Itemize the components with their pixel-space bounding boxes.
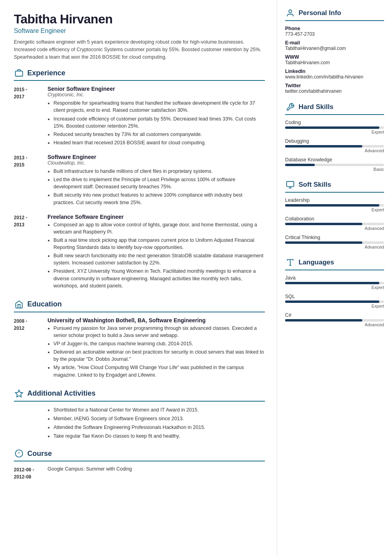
skill-database: Database Knowledge Basic <box>285 157 384 172</box>
personal-info-label: Personal Info <box>299 9 341 17</box>
soft-skills-header: Soft Skills <box>285 180 384 193</box>
activities-icon <box>14 388 24 399</box>
exp-bullet: President, XYZ University Young Women in… <box>53 268 265 289</box>
info-twitter: Twitter twitter.com/tabithahirvanen <box>285 83 384 94</box>
exp-content-1: Senior Software Engineer Cryptoconic, In… <box>48 86 265 147</box>
exp-bullet: Increased code efficiency of customer po… <box>53 115 265 130</box>
course-name-1: Google Campus: Summer with Coding <box>48 466 132 480</box>
activity-item: Member, IAENG Society of Software Engine… <box>53 415 265 422</box>
exp-company-1: Cryptoconic, Inc. <box>48 92 265 98</box>
course-icon <box>14 448 24 459</box>
lang-csharp-bar <box>285 319 384 322</box>
course-section-header: Course <box>14 448 265 461</box>
exp-bullets-2: Built infrastructure to handle millions … <box>53 168 265 206</box>
personal-info-fields: Phone 773-457-2703 E-mail TabithaHirvane… <box>285 26 384 94</box>
skill-database-bar <box>285 164 384 166</box>
skill-leadership: Leadership Expert <box>285 197 384 212</box>
skill-coding: Coding Expert <box>285 120 384 134</box>
lang-java-fill <box>285 282 379 284</box>
exp-bullets-3: Composed an app to allow voice control o… <box>53 221 265 289</box>
candidate-summary: Energetic software engineer with 5 years… <box>14 38 265 61</box>
exp-bullet: Headed team that received 2016 BOSSIE aw… <box>53 139 265 146</box>
www-label: WWW <box>285 54 384 60</box>
lang-csharp-name: C# <box>285 312 384 318</box>
soft-skills-section: Soft Skills Leadership Expert Collaborat… <box>285 180 384 249</box>
svg-rect-7 <box>287 182 294 187</box>
edu-item-1: 2008 -2012 University of Washington Both… <box>14 317 265 380</box>
exp-dates-1: 2015 -2017 <box>14 86 40 147</box>
lang-sql-bar <box>285 300 384 303</box>
edu-bullets-1: Pursued my passion for Java server progr… <box>53 325 265 379</box>
lang-java-name: Java <box>285 275 384 281</box>
skill-leadership-bar <box>285 204 384 207</box>
hard-skills-list: Coding Expert Debugging Advanced Databas… <box>285 120 384 172</box>
education-label: Education <box>27 300 62 308</box>
skill-debugging-level: Advanced <box>285 148 384 153</box>
skill-collaboration: Collaboration Advanced <box>285 216 384 231</box>
svg-point-6 <box>289 10 291 13</box>
exp-bullet: Built new search functionality into the … <box>53 252 265 266</box>
course-label: Course <box>27 450 52 458</box>
experience-section: Experience 2015 -2017 Senior Software En… <box>14 68 265 291</box>
exp-bullet: Responsible for spearheading teams that … <box>53 100 265 114</box>
skill-coding-level: Expert <box>285 130 384 134</box>
info-phone: Phone 773-457-2703 <box>285 26 384 37</box>
edu-content-1: University of Washington Bothell, BA, So… <box>48 317 265 380</box>
exp-item-1: 2015 -2017 Senior Software Engineer Cryp… <box>14 86 265 147</box>
lang-csharp: C# Advanced <box>285 312 384 327</box>
course-section: Course 2012-06 -2012-08 Google Campus: S… <box>14 448 265 480</box>
skill-collaboration-name: Collaboration <box>285 216 384 222</box>
linkedin-label: LinkedIn <box>285 69 384 74</box>
lang-sql-name: SQL <box>285 294 384 299</box>
languages-list: Java Expert SQL Expert C# <box>285 275 384 327</box>
activities-section-header: Additional Activities <box>14 388 265 402</box>
lang-java-bar <box>285 282 384 284</box>
linkedin-value: www.linkedin.com/in/tabitha-hirvanen <box>285 74 384 80</box>
lang-csharp-level: Advanced <box>285 322 384 327</box>
skill-collaboration-bar <box>285 223 384 225</box>
skill-coding-name: Coding <box>285 120 384 125</box>
hard-skills-icon <box>285 102 295 112</box>
activities-section: Additional Activities Shortlisted for a … <box>14 388 265 440</box>
info-linkedin: LinkedIn www.linkedin.com/in/tabitha-hir… <box>285 69 384 80</box>
right-column: Personal Info Phone 773-457-2703 E-mail … <box>277 0 392 555</box>
skill-collaboration-level: Advanced <box>285 226 384 231</box>
skill-critical-thinking-name: Critical Thinking <box>285 235 384 240</box>
exp-bullets-1: Responsible for spearheading teams that … <box>53 100 265 146</box>
skill-debugging-fill <box>285 145 362 147</box>
soft-skills-list: Leadership Expert Collaboration Advanced… <box>285 197 384 249</box>
skill-critical-thinking-bar <box>285 241 384 244</box>
skill-leadership-fill <box>285 204 379 207</box>
email-value: TabithaHirvanen@gmail.com <box>285 46 384 51</box>
resume-header: Tabitha Hirvanen Software Engineer Energ… <box>14 12 265 61</box>
info-email: E-mail TabithaHirvanen@gmail.com <box>285 40 384 51</box>
activities-label: Additional Activities <box>27 389 95 398</box>
exp-bullet: Composed an app to allow voice control o… <box>53 221 265 235</box>
education-icon <box>14 299 24 310</box>
personal-info-header: Personal Info <box>285 8 384 21</box>
twitter-label: Twitter <box>285 83 384 88</box>
activity-item: Shortlisted for a National Center for Wo… <box>53 406 265 413</box>
svg-marker-2 <box>15 390 23 396</box>
phone-label: Phone <box>285 26 384 31</box>
exp-item-2: 2013 -2015 Software Engineer Cloudwallop… <box>14 154 265 207</box>
exp-bullet: Reduced security breaches by 73% for all… <box>53 131 265 138</box>
resume-container: Tabitha Hirvanen Software Engineer Energ… <box>0 0 392 555</box>
edu-bullet: My article, "How Cloud Computing Will Ch… <box>53 364 265 378</box>
experience-list: 2015 -2017 Senior Software Engineer Cryp… <box>14 86 265 291</box>
languages-section: Languages Java Expert SQL Expert <box>285 257 384 327</box>
languages-icon <box>285 257 295 268</box>
skill-debugging: Debugging Advanced <box>285 138 384 153</box>
lang-sql-fill <box>285 300 379 303</box>
experience-icon <box>14 68 24 78</box>
activity-item: Attended the Software Engineering Profes… <box>53 424 265 431</box>
exp-content-2: Software Engineer Cloudwallop, Inc. Buil… <box>48 154 265 207</box>
exp-dates-2: 2013 -2015 <box>14 154 40 207</box>
hard-skills-label: Hard Skills <box>299 103 333 111</box>
exp-item-3: 2012 -2013 Freelance Software Engineer C… <box>14 214 265 291</box>
skill-database-name: Database Knowledge <box>285 157 384 163</box>
skill-coding-bar <box>285 126 384 129</box>
exp-bullet: Built infrastructure to handle millions … <box>53 168 265 175</box>
edu-bullet: Delivered an actionable webinar on best … <box>53 348 265 363</box>
skill-database-level: Basic <box>285 167 384 172</box>
